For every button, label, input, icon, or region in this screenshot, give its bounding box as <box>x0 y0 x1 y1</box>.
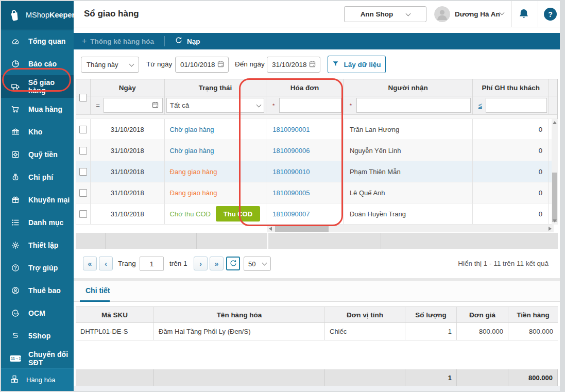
cell-receiver: Trần Lan Hương <box>344 119 473 140</box>
sidebar-item-gear[interactable]: Thiết lập <box>1 234 74 257</box>
filter-bar: Tháng này Từ ngày 01/10/2018 Đến ngày 31… <box>74 49 560 78</box>
sidebar-item-subscriber[interactable]: Thuê bao <box>1 279 74 302</box>
5shop-icon <box>10 331 21 340</box>
add-statistics-button[interactable]: + Thống kê hàng hóa <box>82 37 154 46</box>
first-page-button[interactable]: « <box>83 257 97 270</box>
date-filter-input[interactable] <box>104 98 163 113</box>
shopping-bag-logo-icon <box>6 7 23 23</box>
receiver-operator[interactable]: * <box>345 103 356 109</box>
sidebar-item-dashboard[interactable]: Tổng quan <box>1 30 74 53</box>
table-row[interactable]: 31/10/2018 Đang giao hàng 1810090010 Phạ… <box>76 161 557 182</box>
refresh-icon <box>174 36 183 47</box>
sidebar-item-phone-convert[interactable]: 11→10 Chuyển đổi SĐT <box>1 347 74 370</box>
vertical-scrollbar[interactable] <box>552 119 558 225</box>
refresh-page-button[interactable] <box>226 257 240 270</box>
horizontal-scroll-thumb[interactable] <box>275 225 329 232</box>
filter-funnel-icon <box>332 60 339 69</box>
sidebar-item-hang-hoa[interactable]: Hàng hóa <box>1 368 74 391</box>
column-header-status[interactable]: Trạng thái <box>165 79 267 96</box>
vertical-scroll-thumb[interactable] <box>552 173 557 222</box>
cell-fee: 0 <box>473 182 549 203</box>
detail-totals-row: 1 800.000 <box>76 369 558 386</box>
fee-filter-input[interactable] <box>486 98 547 113</box>
table-row[interactable]: 31/10/2018 Chờ giao hàng 1810090001 Trần… <box>76 119 557 140</box>
invoice-link[interactable]: 1810090001 <box>272 126 310 133</box>
page-number-input[interactable] <box>140 257 164 271</box>
next-page-button[interactable]: › <box>194 257 208 270</box>
column-header-receiver[interactable]: Người nhận <box>344 79 473 96</box>
user-menu[interactable]: Dương Hà An <box>455 10 500 18</box>
detail-header-row: Mã SKUTên hàng hóaĐơn vị tínhSố lượngĐơn… <box>76 306 558 323</box>
table-row[interactable]: 31/10/2018 Chờ giao hàng 1810090006 Nguy… <box>76 140 557 161</box>
sidebar-item-delivery-truck[interactable]: Sổ giao hàng <box>1 75 74 98</box>
scroll-up-arrow[interactable] <box>553 121 557 124</box>
sidebar-item-safe[interactable]: Quỹ tiền <box>1 143 74 166</box>
get-data-button[interactable]: Lấy dữ liệu <box>328 56 386 73</box>
sidebar-item-cart[interactable]: Mua hàng <box>1 98 74 121</box>
fee-operator[interactable]: ≤ <box>474 101 486 109</box>
sidebar-item-pie-chart[interactable]: Báo cáo <box>1 53 74 75</box>
invoice-filter-input[interactable] <box>279 98 341 113</box>
invoice-link[interactable]: 1810090005 <box>272 189 310 197</box>
sidebar-item-gift[interactable]: Khuyến mại <box>1 189 74 211</box>
cell-status: Chờ giao hàng <box>165 140 267 161</box>
sidebar-item-help[interactable]: Trợ giúp <box>1 257 74 279</box>
invoice-link[interactable]: 1810090010 <box>272 168 310 176</box>
table-row[interactable]: 31/10/2018 Chờ thu CODThu COD 1810090007… <box>76 203 557 225</box>
to-date-label: Đến ngày <box>235 60 265 68</box>
period-dropdown[interactable]: Tháng này <box>81 57 139 73</box>
total-quantity: 1 <box>405 369 457 386</box>
reload-button[interactable]: Nạp <box>174 36 200 47</box>
sidebar-item-money-bag[interactable]: Chi phí <box>1 166 74 189</box>
chevron-down-icon <box>262 261 267 266</box>
invoice-link[interactable]: 1810090006 <box>272 147 310 155</box>
last-page-button[interactable]: » <box>210 257 224 270</box>
user-avatar[interactable] <box>434 6 450 22</box>
invoice-link[interactable]: 1810090007 <box>272 210 310 218</box>
row-checkbox[interactable] <box>79 126 87 133</box>
column-header-invoice[interactable]: Hóa đơn <box>266 79 344 96</box>
status-filter-dropdown[interactable]: Tất cả <box>166 98 265 113</box>
row-checkbox[interactable] <box>79 210 87 218</box>
help-icon <box>10 263 21 272</box>
to-date-input[interactable]: 31/10/2018 <box>267 57 320 73</box>
safe-icon <box>10 150 21 159</box>
delivery-truck-icon <box>10 82 21 91</box>
scroll-down-arrow[interactable] <box>553 219 557 223</box>
cell-date: 31/10/2018 <box>91 182 165 203</box>
money-bag-icon <box>10 173 21 182</box>
sidebar-item-warehouse[interactable]: Kho <box>1 121 74 143</box>
table-row[interactable]: 31/10/2018 Đang giao hàng 1810090005 Lê … <box>76 182 557 203</box>
help-icon[interactable]: ? <box>544 8 557 21</box>
detail-row[interactable]: DHTPL01-DE-SĐầm Hai Tầng Phối Ly (Đen/S)… <box>76 323 558 340</box>
horizontal-scrollbar[interactable] <box>267 225 554 232</box>
row-checkbox[interactable] <box>79 147 87 155</box>
page-size-dropdown[interactable]: 50 <box>244 257 271 271</box>
calendar-icon[interactable] <box>217 60 225 70</box>
detail-column-header: Mã SKU <box>76 307 154 322</box>
total-amount: 800.000 <box>508 369 558 386</box>
brand-logo: MShopKeeper <box>1 1 74 29</box>
shop-selector-dropdown[interactable]: Ann Shop <box>344 6 426 22</box>
from-date-input[interactable]: 01/10/2018 <box>175 57 229 73</box>
sidebar-item-ocm[interactable]: OCM <box>1 302 74 325</box>
invoice-operator[interactable]: * <box>268 103 279 109</box>
scroll-left-arrow[interactable] <box>269 227 272 231</box>
column-header-date[interactable]: Ngày <box>91 79 165 96</box>
notification-bell-icon[interactable] <box>518 8 530 22</box>
goods-icon <box>10 374 19 385</box>
receiver-filter-input[interactable] <box>356 98 471 113</box>
row-checkbox[interactable] <box>79 189 87 197</box>
detail-table: Mã SKUTên hàng hóaĐơn vị tínhSố lượngĐơn… <box>76 306 558 340</box>
thu-cod-button[interactable]: Thu COD <box>216 206 260 221</box>
scroll-right-arrow[interactable] <box>549 227 552 231</box>
sidebar-item-5shop[interactable]: 5Shop <box>1 325 74 347</box>
sidebar-item-list[interactable]: Danh mục <box>1 211 74 234</box>
date-operator[interactable]: = <box>92 101 104 109</box>
calendar-icon[interactable] <box>309 60 316 70</box>
tab-chi-tiet[interactable]: Chi tiết <box>85 286 110 295</box>
column-header-fee[interactable]: Phí GH thu khách <box>473 79 549 96</box>
prev-page-button[interactable]: ‹ <box>99 257 113 270</box>
row-checkbox[interactable] <box>79 168 87 176</box>
calendar-icon[interactable] <box>151 101 159 110</box>
